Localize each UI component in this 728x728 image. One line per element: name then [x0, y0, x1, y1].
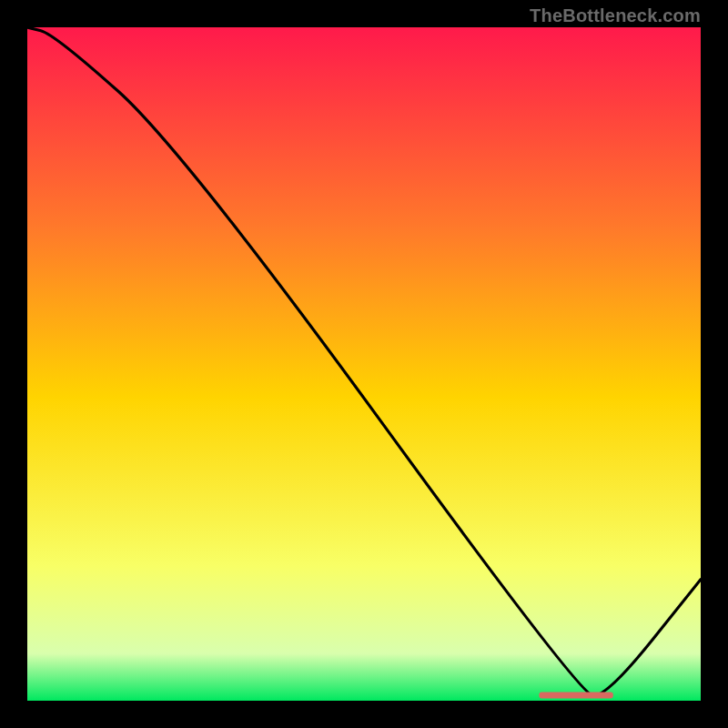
- chart-plot-area: [27, 27, 701, 701]
- optimal-range-marker: [539, 693, 612, 699]
- attribution-label: TheBottleneck.com: [530, 5, 701, 26]
- gradient-background: [27, 27, 701, 701]
- chart-svg: [27, 27, 701, 701]
- chart-frame: TheBottleneck.com: [0, 0, 728, 728]
